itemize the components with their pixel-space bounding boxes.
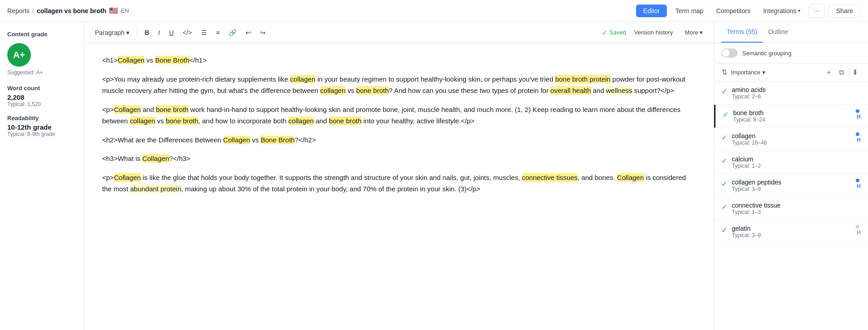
- semantic-label: Semantic grouping: [742, 50, 791, 57]
- integrations-button[interactable]: Integrations ▾: [759, 5, 805, 17]
- term-info: collagen Typical: 16–48: [732, 132, 851, 146]
- link-button[interactable]: 🔗: [225, 27, 240, 39]
- term-typical: Typical: 1–3: [732, 209, 856, 215]
- terms-actions: + ⧉ ⬇: [824, 67, 861, 78]
- term-item[interactable]: ✓ gelatin Typical: 3–9 H: [714, 220, 868, 243]
- highlight-collagen-3: collagen: [320, 86, 345, 95]
- saved-label: Saved: [609, 29, 626, 36]
- highlight-collagen-h2: Collagen: [223, 136, 250, 144]
- term-typical: Typical: 3–9: [732, 186, 851, 192]
- copy-terms-button[interactable]: ⧉: [836, 67, 847, 78]
- tab-terms[interactable]: Terms (55): [721, 22, 763, 43]
- share-button[interactable]: Share: [829, 4, 861, 18]
- integrations-dropdown-arrow: ▾: [798, 8, 800, 13]
- editor-line-p1: <p>You may already use protein-rich diet…: [102, 73, 695, 97]
- undo-button[interactable]: ↩: [242, 27, 255, 39]
- readability-value: 10-12th grade: [7, 123, 76, 131]
- highlight-bone-broth-5: bone broth: [329, 116, 362, 125]
- top-nav: Reports / collagen vs bone broth 🇺🇸 EN E…: [0, 0, 868, 22]
- highlight-collagen-5: collagen: [130, 116, 155, 125]
- highlight-collagen-2: collagen: [290, 75, 316, 83]
- term-name: bone broth: [733, 109, 851, 116]
- term-item[interactable]: ✓ amino acids Typical: 2–6: [714, 82, 868, 105]
- toolbar-divider-1: [137, 28, 137, 37]
- term-name: connective tissue: [732, 202, 856, 209]
- term-check-icon: ✓: [721, 180, 727, 188]
- term-h-badge: H: [857, 114, 861, 120]
- redo-button[interactable]: ↪: [256, 27, 269, 39]
- dot-blue-icon: [856, 109, 859, 113]
- download-terms-button[interactable]: ⬇: [849, 67, 861, 78]
- highlight-abundant-protein: abundant protein: [130, 184, 182, 193]
- word-count-section: Word count 2,208 Typical: 1,520: [7, 85, 76, 107]
- readability-label: Readability: [7, 115, 76, 121]
- editor-line-p3: <p>Collagen is like the glue that holds …: [102, 172, 695, 195]
- breadcrumb-reports-link[interactable]: Reports: [7, 7, 30, 15]
- tab-outline[interactable]: Outline: [763, 22, 794, 43]
- term-item[interactable]: ✓ connective tissue Typical: 1–3: [714, 197, 868, 220]
- bullet-list-button[interactable]: ☰: [197, 27, 211, 39]
- term-badge-area: H: [856, 225, 861, 236]
- highlight-bone-broth-h2: Bone Broth: [261, 136, 295, 144]
- more-button[interactable]: More ▾: [681, 27, 706, 38]
- term-item[interactable]: ✓ calcium Typical: 1–2: [714, 151, 868, 174]
- dot-blue-icon: [856, 179, 859, 182]
- term-info: amino acids Typical: 2–6: [732, 86, 856, 100]
- content-grade-label: Content grade: [7, 31, 76, 38]
- readability-typical: Typical: 8-9th grade: [7, 131, 76, 137]
- highlight-bone-broth-4: bone broth: [166, 116, 198, 125]
- highlight-bone-broth-protein-1: bone broth protein: [555, 75, 611, 83]
- term-check-icon: ✓: [721, 226, 727, 234]
- term-item[interactable]: ✓ collagen Typical: 16–48 H: [714, 128, 868, 151]
- terms-list: ✓ amino acids Typical: 2–6 ✓ bone broth …: [714, 82, 868, 243]
- editor-content[interactable]: <h1>Collagen vs Bone Broth</h1> <p>You m…: [84, 44, 714, 330]
- underline-button[interactable]: U: [165, 27, 177, 39]
- left-sidebar: Content grade A+ Suggested: A+ Word coun…: [0, 22, 84, 330]
- semantic-toggle[interactable]: [721, 49, 738, 58]
- nav-actions: Editor Term map Competitors Integrations…: [636, 4, 861, 18]
- bold-button[interactable]: B: [141, 27, 153, 39]
- term-name: collagen: [732, 132, 851, 140]
- editor-line-h1: <h1>Collagen vs Bone Broth</h1>: [102, 54, 695, 66]
- sort-importance-button[interactable]: Importance ▾: [731, 69, 765, 76]
- highlight-collagen-8: Collagen: [617, 173, 644, 182]
- term-map-button[interactable]: Term map: [671, 5, 708, 17]
- ordered-list-button[interactable]: ≡: [212, 27, 223, 39]
- highlight-wellness: wellness: [606, 86, 632, 95]
- term-typical: Typical: 3–9: [732, 232, 851, 238]
- competitors-button[interactable]: Competitors: [712, 5, 755, 17]
- breadcrumb-title: collagen vs bone broth: [37, 7, 106, 15]
- highlight-bone-broth-2: bone broth: [356, 86, 389, 95]
- term-name: calcium: [732, 155, 856, 163]
- terms-toolbar: ⇅ Importance ▾ + ⧉ ⬇: [714, 63, 868, 82]
- term-badge-area: H: [856, 179, 861, 189]
- term-info: connective tissue Typical: 1–3: [732, 202, 856, 215]
- italic-button[interactable]: I: [155, 27, 164, 39]
- add-term-button[interactable]: +: [824, 67, 833, 78]
- code-button[interactable]: </>: [179, 27, 196, 39]
- highlight-collagen-4: Collagen: [114, 105, 141, 114]
- term-info: collagen peptides Typical: 3–9: [732, 179, 851, 192]
- version-history-button[interactable]: Version history: [630, 27, 677, 38]
- editor-button[interactable]: Editor: [636, 5, 667, 17]
- highlight-collagen-7: Collagen: [114, 173, 141, 182]
- more-dots-button[interactable]: ···: [809, 4, 824, 18]
- term-name: gelatin: [732, 225, 851, 232]
- term-name: collagen peptides: [732, 179, 851, 186]
- breadcrumb-separator: /: [32, 7, 34, 15]
- term-check-icon: ✓: [721, 156, 727, 165]
- term-check-icon: ✓: [721, 87, 727, 96]
- grade-circle: A+: [7, 43, 31, 67]
- breadcrumb-lang: EN: [121, 7, 129, 14]
- editor-area: Paragraph ▾ B I U </> ☰ ≡ 🔗 ↩ ↪ ✓ Saved …: [84, 22, 714, 330]
- main-layout: Content grade A+ Suggested: A+ Word coun…: [0, 22, 868, 330]
- term-badge-area: H: [856, 132, 861, 143]
- term-typical: Typical: 1–2: [732, 163, 856, 169]
- term-item[interactable]: ✓ bone broth Typical: 8–24 H: [714, 105, 868, 128]
- saved-indicator: ✓ Saved: [602, 29, 626, 36]
- paragraph-dropdown[interactable]: Paragraph ▾: [91, 27, 133, 39]
- term-item[interactable]: ✓ collagen peptides Typical: 3–9 H: [714, 174, 868, 197]
- sort-icon: ⇅: [721, 68, 727, 77]
- readability-section: Readability 10-12th grade Typical: 8-9th…: [7, 115, 76, 137]
- highlight-overall-health: overall health: [550, 86, 591, 95]
